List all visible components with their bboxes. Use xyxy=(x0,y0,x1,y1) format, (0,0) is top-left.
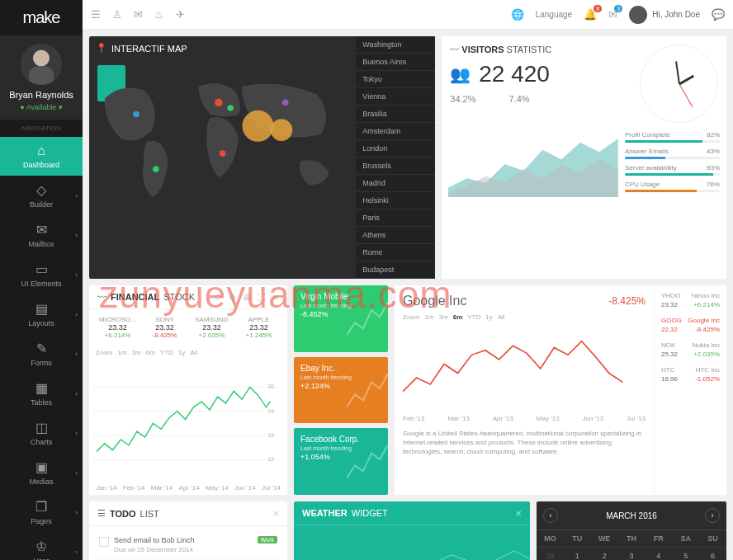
zoom-option[interactable]: 1m xyxy=(424,313,433,321)
globe-icon[interactable]: 🌐 xyxy=(511,8,524,21)
zoom-option[interactable]: Zoom xyxy=(403,313,419,321)
zoom-option[interactable]: YTD xyxy=(160,349,173,356)
mini-card[interactable]: Facebook Corp.Last month trending+1.054% xyxy=(294,428,388,495)
nav-icon: ▣ xyxy=(35,459,48,475)
cal-day[interactable]: 4 xyxy=(645,547,672,560)
close-icon[interactable]: ✕ xyxy=(272,509,279,518)
checkbox[interactable] xyxy=(99,537,109,547)
city-item[interactable]: Madrid xyxy=(356,175,435,192)
city-item[interactable]: Paris xyxy=(356,209,435,227)
weather-panel: WEATHER WIDGET✕ Try me! 🔍 DD xyxy=(294,501,530,560)
cal-day[interactable]: 5 xyxy=(672,547,699,560)
print-icon[interactable]: 🖶 xyxy=(243,293,251,302)
nav-icon: ▭ xyxy=(35,261,48,277)
city-item[interactable]: London xyxy=(356,140,435,158)
stock-side-item[interactable]: HTCHTC Inc18.96-1.052% xyxy=(661,366,720,383)
mini-card[interactable]: Ebay Inc.Last month trending+2.124% xyxy=(294,357,388,424)
cal-day[interactable]: 29 xyxy=(537,547,564,560)
cal-day-header: SU xyxy=(699,529,726,547)
nav-icon: ◇ xyxy=(36,182,46,198)
visitors-pct1: 34.2% xyxy=(450,94,475,104)
nav-item-ui-elements[interactable]: ▭UI Elements› xyxy=(0,255,83,294)
nav-item-forms[interactable]: ✎Forms› xyxy=(0,334,83,374)
world-map[interactable] xyxy=(89,59,356,216)
language-label[interactable]: Language xyxy=(536,10,573,19)
todo-item[interactable]: Send email to Bob LinchDue on 15 Decembe… xyxy=(94,531,282,559)
ticker-row: MICROSO...23.32+6.214%SONY23.32-8.425%SA… xyxy=(89,309,287,346)
nav-icon: ◫ xyxy=(35,420,48,435)
nav-item-layouts[interactable]: ▤Layouts› xyxy=(0,294,83,334)
visitors-count: 22 420 xyxy=(479,61,550,87)
refresh-icon[interactable]: ⟳ xyxy=(215,293,222,302)
cal-next[interactable]: › xyxy=(705,508,720,523)
zoom-option[interactable]: 3m xyxy=(439,313,448,321)
city-item[interactable]: Vienna xyxy=(356,88,435,106)
user-icon[interactable]: ♙ xyxy=(112,8,122,21)
nav-item-tables[interactable]: ▦Tables› xyxy=(0,374,83,413)
profile-status[interactable]: ● Available ▾ xyxy=(0,103,83,111)
cal-day[interactable]: 1 xyxy=(564,547,591,560)
cal-prev[interactable]: ‹ xyxy=(543,508,558,523)
city-item[interactable]: Rome xyxy=(356,244,435,261)
ticker[interactable]: APPLE23.32+1.245% xyxy=(237,316,281,339)
nav-item-dashboard[interactable]: ⌂Dashboard xyxy=(0,137,83,176)
nav-icon: ▦ xyxy=(35,380,48,396)
zoom-option[interactable]: 6m xyxy=(146,349,155,356)
flame-icon[interactable]: ♨ xyxy=(154,8,164,21)
nav-icon: ▤ xyxy=(35,301,48,317)
zoom-option[interactable]: 6m xyxy=(453,313,463,321)
stock-side-item[interactable]: GOOGGoogle Inc22.32-8.425% xyxy=(661,317,720,333)
city-item[interactable]: Helsinki xyxy=(356,192,435,209)
city-item[interactable]: Athens xyxy=(356,227,435,244)
google-name: Google Inc xyxy=(403,294,466,308)
city-item[interactable]: Buenos Aires xyxy=(356,54,435,71)
chat-icon[interactable]: 💬 xyxy=(712,8,725,21)
nav-icon: ✎ xyxy=(36,341,47,356)
cog-icon[interactable]: ⚙ xyxy=(229,293,236,302)
mail-icon[interactable]: ✉ xyxy=(134,8,143,21)
nav-item-pages[interactable]: ❐Pages› xyxy=(0,492,83,532)
zoom-option[interactable]: Zoom xyxy=(96,349,112,356)
avatar[interactable] xyxy=(21,44,62,85)
cal-day[interactable]: 3 xyxy=(618,547,646,560)
nav-item-charts[interactable]: ◫Charts› xyxy=(0,413,83,453)
message-icon[interactable]: ✉3 xyxy=(608,8,617,21)
menu-icon[interactable]: ☰ xyxy=(91,8,101,21)
stock-side-item[interactable]: YHOOYahoo Inc23.32+6.214% xyxy=(661,292,720,308)
zoom-option[interactable]: All xyxy=(498,313,505,321)
ticker[interactable]: MICROSO...23.32+6.214% xyxy=(96,316,140,339)
stock-side-item[interactable]: NOKNokia Inc25.32+2.035% xyxy=(661,341,720,358)
cal-day[interactable]: 2 xyxy=(591,547,618,560)
city-item[interactable]: Amsterdam xyxy=(356,123,435,140)
city-item[interactable]: Tokyo xyxy=(356,71,435,88)
close-icon[interactable]: ✕ xyxy=(515,509,522,518)
city-item[interactable]: Budapest xyxy=(356,261,435,279)
zoom-option[interactable]: 1m xyxy=(117,349,126,356)
zoom-option[interactable]: All xyxy=(190,349,197,356)
city-item[interactable]: Washington xyxy=(356,36,435,54)
nav-item-user[interactable]: ♔User› xyxy=(0,532,83,560)
mini-cards: Virgin MobileLast month trending-8.452%E… xyxy=(294,285,388,495)
mini-card[interactable]: Virgin MobileLast month trending-8.452% xyxy=(294,285,388,352)
expand-icon[interactable]: ⛶ xyxy=(258,293,266,302)
ticker[interactable]: SAMSUNG23.32+2.035% xyxy=(190,316,234,339)
nav-item-medias[interactable]: ▣Medias› xyxy=(0,453,83,492)
nav-item-mailbox[interactable]: ✉Mailbox› xyxy=(0,215,83,255)
bell-icon[interactable]: 🔔8 xyxy=(584,8,597,21)
zoom-option[interactable]: 1y xyxy=(178,349,185,356)
rocket-icon[interactable]: ✈ xyxy=(176,8,185,21)
zoom-option[interactable]: YTD xyxy=(467,313,480,321)
sidebar: make Bryan Raynolds ● Available ▾ NAVIGA… xyxy=(0,0,83,560)
close-icon[interactable]: ✕ xyxy=(272,293,279,302)
city-item[interactable]: Brasilia xyxy=(356,106,435,123)
ticker[interactable]: SONY23.32-8.425% xyxy=(143,316,187,339)
svg-point-3 xyxy=(242,111,273,142)
city-item[interactable]: Brussels xyxy=(356,158,435,175)
zoom-option[interactable]: 1y xyxy=(485,313,492,321)
zoom-option[interactable]: 3m xyxy=(132,349,141,356)
user-menu[interactable]: Hi, John Doe xyxy=(629,6,700,24)
cal-day-header: FR xyxy=(645,529,672,547)
cal-day[interactable]: 6 xyxy=(699,547,726,560)
nav-item-builder[interactable]: ◇Builder› xyxy=(0,176,83,215)
cal-day-header: SA xyxy=(672,529,699,547)
